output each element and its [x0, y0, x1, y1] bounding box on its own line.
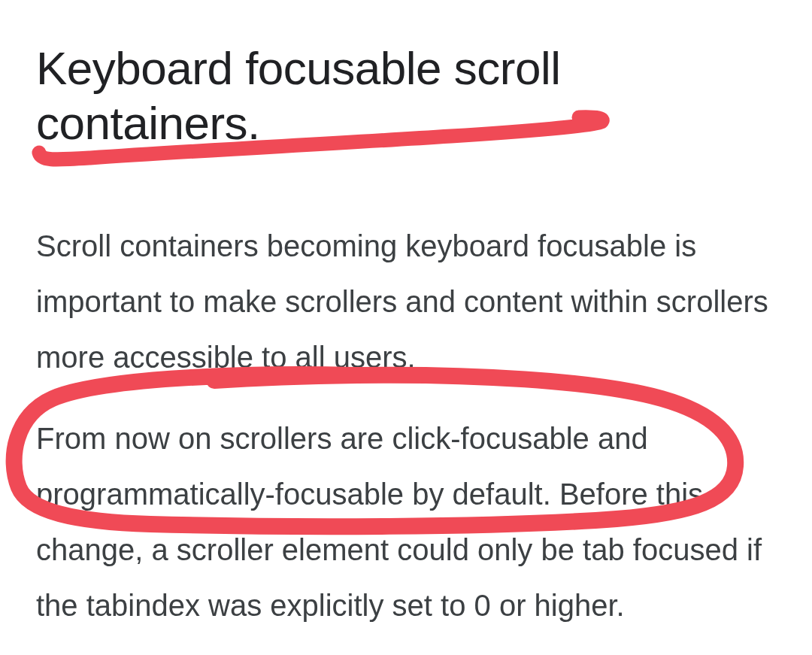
document-page: Keyboard focusable scroll containers. Sc…	[0, 0, 812, 655]
intro-paragraph: Scroll containers becoming keyboard focu…	[36, 218, 776, 385]
change-description-paragraph: From now on scrollers are click-focusabl…	[36, 411, 776, 633]
page-heading: Keyboard focusable scroll containers.	[36, 41, 776, 150]
